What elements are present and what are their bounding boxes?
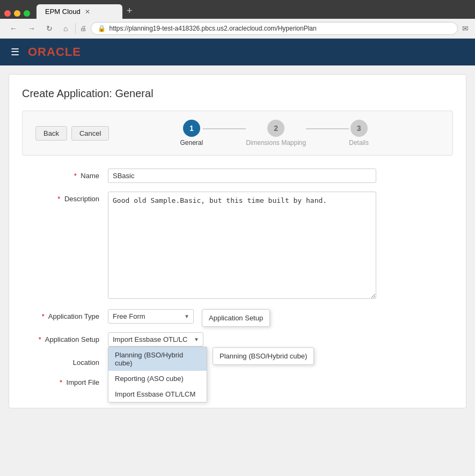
url-text: https://planning19-test-a418326.pbcs.us2… [109, 25, 451, 32]
name-row: * Name [22, 169, 453, 183]
page-title: Create Application: General [22, 87, 453, 100]
wizard-nav-buttons: Back Cancel [35, 126, 109, 141]
import-file-row: * Import File [22, 375, 453, 386]
home-nav-button[interactable]: ⌂ [60, 23, 71, 34]
application-setup-label: * Application Setup [22, 332, 108, 343]
wizard-steps: 1 General 2 Dimensions Mapping 3 Details [109, 120, 440, 147]
step-circle-2: 2 [267, 120, 284, 137]
wizard-container: Back Cancel 1 General 2 Dimensions Mappi… [22, 111, 453, 156]
refresh-nav-button[interactable]: ↻ [43, 23, 56, 34]
application-type-select-container: Free Form ▼ [108, 309, 194, 324]
step-circle-3: 3 [350, 120, 368, 137]
new-tab-button[interactable]: + [122, 3, 137, 19]
main-content: Create Application: General Back Cancel … [9, 74, 466, 408]
name-label: * Name [22, 169, 108, 180]
forward-nav-button[interactable]: → [25, 23, 39, 34]
oracle-header: ☰ ORACLE [0, 39, 475, 65]
wizard-step-3: 3 Details [349, 120, 369, 147]
step-label-1: General [180, 139, 203, 147]
oracle-logo: ORACLE [28, 45, 81, 59]
application-setup-dropdown: Planning (BSO/Hybrid cube) Reporting (AS… [108, 347, 207, 402]
application-type-select[interactable]: Free Form [108, 309, 194, 324]
step-circle-1: 1 [183, 120, 200, 137]
hamburger-menu-icon[interactable]: ☰ [11, 46, 19, 58]
application-setup-select-container: Import Essbase OTL/LC ▼ [108, 332, 203, 347]
application-type-row: * Application Type Free Form ▼ Applicati… [22, 309, 453, 324]
dropdown-item-import-essbase[interactable]: Import Essbase OTL/LCM [108, 386, 207, 402]
name-field-wrapper [108, 169, 376, 183]
name-input[interactable] [108, 169, 376, 183]
location-label: Location [22, 355, 108, 367]
application-setup-dropdown-wrapper: Import Essbase OTL/LC ▼ Planning (BSO/Hy… [108, 332, 203, 347]
back-nav-button[interactable]: ← [6, 23, 20, 34]
cancel-button[interactable]: Cancel [71, 126, 109, 141]
application-setup-row: * Application Setup Import Essbase OTL/L… [22, 332, 453, 347]
tab-title: EPM Cloud [45, 8, 81, 16]
browser-tab[interactable]: EPM Cloud ✕ [36, 4, 122, 19]
browser-toolbar: ← → ↻ ⌂ 🖨 🔒 https://planning19-test-a418… [0, 19, 475, 39]
dropdown-item-reporting[interactable]: Reporting (ASO cube) [108, 371, 207, 386]
application-setup-select[interactable]: Import Essbase OTL/LC [108, 332, 203, 347]
description-field-wrapper: Good old Sample.Basic, but this time bui… [108, 192, 376, 301]
description-row: * Description Good old Sample.Basic, but… [22, 192, 453, 301]
application-setup-tooltip: Planning (BSO/Hybrid cube) [213, 347, 314, 365]
traffic-light-yellow[interactable] [14, 10, 20, 17]
mail-icon: ✉ [462, 24, 469, 33]
wizard-step-1: 1 General [180, 120, 203, 147]
step-label-2: Dimensions Mapping [246, 139, 306, 147]
application-type-field-wrapper: Free Form ▼ Application Setup [108, 309, 376, 324]
application-type-tooltip: Application Setup [202, 309, 270, 327]
browser-chrome: EPM Cloud ✕ + ← → ↻ ⌂ 🖨 🔒 https://planni… [0, 0, 475, 39]
step-number-1: 1 [189, 124, 194, 133]
oracle-logo-text: ORACLE [28, 45, 81, 58]
tab-close-icon[interactable]: ✕ [85, 8, 90, 16]
shield-icon: 🔒 [98, 25, 106, 32]
application-setup-field-wrapper: Import Essbase OTL/LC ▼ Planning (BSO/Hy… [108, 332, 376, 347]
wizard-step-2: 2 Dimensions Mapping [246, 120, 306, 147]
import-file-label: * Import File [22, 375, 108, 386]
address-bar[interactable]: 🔒 https://planning19-test-a418326.pbcs.u… [91, 22, 458, 35]
step-number-3: 3 [357, 124, 361, 133]
description-label: * Description [22, 192, 108, 203]
step-label-3: Details [349, 139, 369, 147]
step-connector-1 [203, 128, 246, 129]
description-input[interactable]: Good old Sample.Basic, but this time bui… [108, 192, 376, 299]
step-number-2: 2 [274, 124, 278, 133]
traffic-light-red[interactable] [4, 10, 11, 17]
step-connector-2 [306, 128, 349, 129]
application-type-select-wrapper: Free Form ▼ Application Setup [108, 309, 194, 324]
print-icon: 🖨 [80, 25, 86, 32]
back-button[interactable]: Back [35, 126, 67, 141]
dropdown-item-planning[interactable]: Planning (BSO/Hybrid cube) [108, 347, 207, 371]
traffic-light-green[interactable] [24, 10, 30, 17]
application-type-label: * Application Type [22, 309, 108, 320]
